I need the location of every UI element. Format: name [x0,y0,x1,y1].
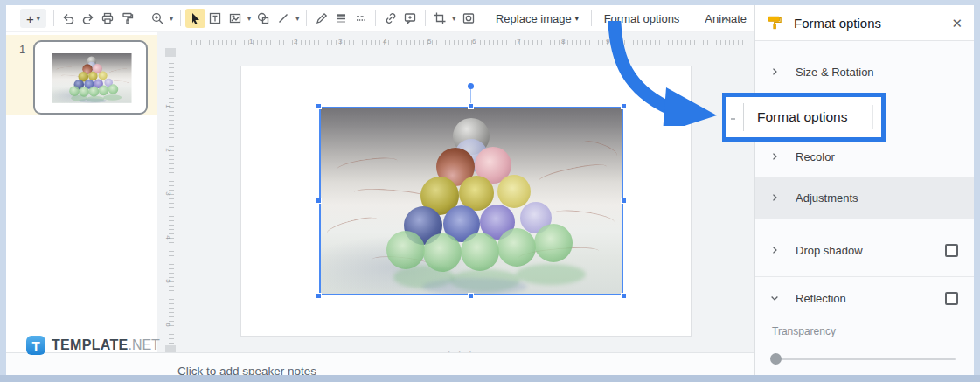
selected-slide-row[interactable]: 1 [6,35,157,115]
text-box-icon [208,11,222,25]
mask-image-button[interactable] [458,9,478,28]
insert-comment-button[interactable] [400,9,420,28]
selected-slide-image[interactable] [319,107,623,295]
crop-caret[interactable]: ▾ [449,9,458,28]
collapse-toolbar-button[interactable] [715,10,735,29]
print-icon [101,11,115,25]
v-ruler-number: 4 [164,235,172,239]
watermark-suffix: .NET [128,337,159,352]
slide-thumbnail-image [52,53,132,103]
template-net-logo-icon: T [26,336,45,355]
slide-thumbnail[interactable] [33,40,148,115]
horizontal-ruler: 1 2 3 4 5 6 7 8 9 [191,37,747,47]
resize-handle-bottom-left[interactable] [316,293,322,299]
line-tool-button[interactable] [274,9,294,28]
h-ruler-number: 1 [249,38,253,45]
slides-app-window: +▾ ▾ ▾ ▾ ▾ [6,5,974,376]
toolbar-divider [180,10,181,26]
redo-icon [81,11,95,25]
chevron-right-icon [769,245,780,255]
resize-handle-middle-right[interactable] [621,198,627,204]
border-color-button[interactable] [311,9,331,28]
section-adjustments[interactable]: Adjustments [755,177,974,219]
text-box-button[interactable] [205,9,226,28]
zoom-caret[interactable]: ▾ [167,9,176,28]
line-icon [276,11,290,25]
reflection-checkbox[interactable] [945,292,958,305]
undo-icon [61,11,75,25]
chevron-up-icon [719,13,732,25]
close-panel-button[interactable]: ✕ [951,17,963,30]
resize-handle-top-right[interactable] [621,103,627,109]
h-ruler-number: 6 [472,38,476,45]
insert-image-caret[interactable]: ▾ [245,9,254,28]
section-reflection[interactable]: Reflection [755,279,974,317]
format-options-toolbar-button[interactable]: Format options [596,8,688,29]
resize-handle-bottom-right[interactable] [621,293,627,299]
shape-icon [256,11,270,25]
marble-pyramid-picture [319,107,623,295]
redo-button[interactable] [78,9,98,28]
section-drop-shadow[interactable]: Drop shadow [755,230,974,270]
toolbar-divider [591,10,592,26]
speaker-notes-area[interactable]: Click to add speaker notes [6,353,754,376]
insert-link-button[interactable] [380,9,400,28]
zoom-icon [150,11,164,25]
print-button[interactable] [98,9,118,28]
toolbar-divider [692,10,692,26]
h-ruler-number: 3 [338,38,342,45]
line-caret[interactable]: ▾ [293,9,302,28]
new-slide-button[interactable]: +▾ [20,9,46,28]
h-ruler-number: 2 [294,38,297,45]
border-weight-button[interactable] [331,9,351,28]
cursor-icon [188,11,202,25]
transparency-label: Transparency [772,325,836,337]
replace-image-button[interactable]: Replace image▾ [488,8,587,29]
callout-divider [872,105,873,129]
v-ruler-number: 1 [164,104,172,108]
callout-dash [731,118,735,120]
undo-button[interactable] [59,9,79,28]
transparency-slider[interactable] [772,358,956,360]
callout-label: Format options [757,109,847,125]
h-ruler-number: 7 [517,38,520,45]
toolbar-divider [375,10,376,26]
insert-image-button[interactable] [225,9,245,28]
toolbar-divider [483,10,483,26]
drop-shadow-checkbox[interactable] [945,244,958,257]
crop-icon [433,11,447,25]
image-icon [228,11,242,25]
select-tool-button[interactable] [185,9,205,28]
resize-handle-middle-left[interactable] [316,198,322,204]
chevron-right-icon [769,66,780,77]
v-ruler-number: 6 [164,323,172,326]
panel-title: Format options [794,16,940,31]
section-size-rotation[interactable]: Size & Rotation [755,53,974,90]
border-dash-button[interactable] [351,9,372,28]
v-ruler-number: 3 [164,191,172,195]
chevron-down-icon [769,293,780,303]
paint-format-button[interactable] [118,9,138,28]
screenshot-frame: +▾ ▾ ▾ ▾ ▾ [0,0,980,382]
section-recolor[interactable]: Recolor [755,138,974,175]
transparency-slider-thumb[interactable] [770,353,782,365]
resize-handle-bottom-center[interactable] [468,293,474,299]
rotation-handle[interactable] [468,83,474,89]
zoom-button[interactable] [147,9,167,28]
comment-icon [403,11,417,25]
slide-canvas[interactable] [240,66,692,337]
border-dash-icon [354,11,368,25]
toolbar-divider [306,10,307,26]
resize-handle-top-left[interactable] [316,103,322,109]
vertical-ruler: 1 2 3 4 5 6 [157,32,182,376]
plus-icon: + [26,11,34,26]
template-net-watermark: T TEMPLATE.NET [26,336,160,355]
chevron-down-icon: ▾ [37,15,40,23]
link-icon [384,11,398,25]
h-ruler-number: 8 [561,38,565,45]
shape-button[interactable] [254,9,274,28]
ruler-nub [165,48,176,57]
h-ruler-number: 5 [427,38,431,45]
crop-button[interactable] [430,9,450,28]
resize-handle-top-center[interactable] [468,103,474,109]
